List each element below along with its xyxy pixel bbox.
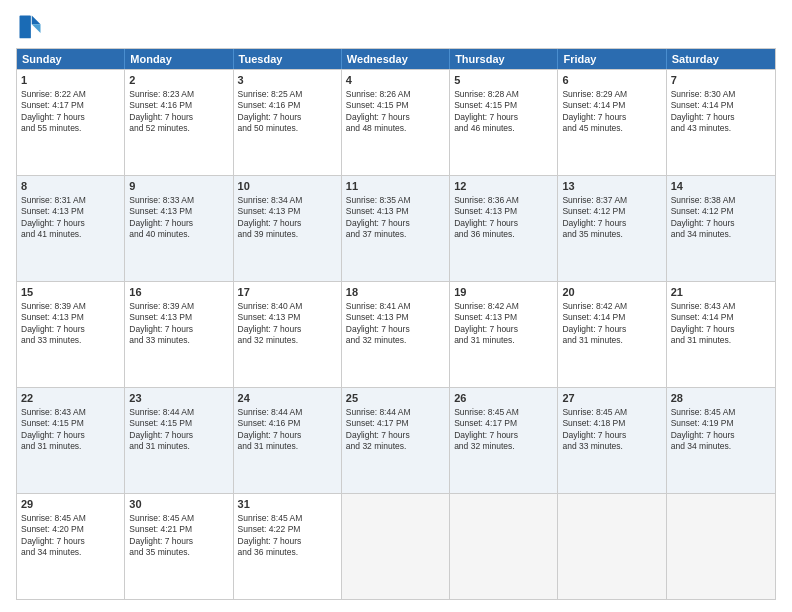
- day-number: 28: [671, 391, 771, 406]
- day-info: Sunrise: 8:39 AM Sunset: 4:13 PM Dayligh…: [129, 301, 194, 345]
- day-info: Sunrise: 8:44 AM Sunset: 4:15 PM Dayligh…: [129, 407, 194, 451]
- day-info: Sunrise: 8:33 AM Sunset: 4:13 PM Dayligh…: [129, 195, 194, 239]
- calendar-week-1: 1Sunrise: 8:22 AM Sunset: 4:17 PM Daylig…: [17, 69, 775, 175]
- day-cell-30: 30Sunrise: 8:45 AM Sunset: 4:21 PM Dayli…: [125, 494, 233, 599]
- day-info: Sunrise: 8:40 AM Sunset: 4:13 PM Dayligh…: [238, 301, 303, 345]
- logo: [16, 12, 48, 40]
- day-info: Sunrise: 8:45 AM Sunset: 4:18 PM Dayligh…: [562, 407, 627, 451]
- day-cell-9: 9Sunrise: 8:33 AM Sunset: 4:13 PM Daylig…: [125, 176, 233, 281]
- day-info: Sunrise: 8:45 AM Sunset: 4:22 PM Dayligh…: [238, 513, 303, 557]
- day-info: Sunrise: 8:30 AM Sunset: 4:14 PM Dayligh…: [671, 89, 736, 133]
- day-info: Sunrise: 8:23 AM Sunset: 4:16 PM Dayligh…: [129, 89, 194, 133]
- calendar-week-2: 8Sunrise: 8:31 AM Sunset: 4:13 PM Daylig…: [17, 175, 775, 281]
- day-number: 9: [129, 179, 228, 194]
- day-cell-3: 3Sunrise: 8:25 AM Sunset: 4:16 PM Daylig…: [234, 70, 342, 175]
- day-number: 26: [454, 391, 553, 406]
- day-number: 6: [562, 73, 661, 88]
- day-info: Sunrise: 8:38 AM Sunset: 4:12 PM Dayligh…: [671, 195, 736, 239]
- day-number: 16: [129, 285, 228, 300]
- day-number: 31: [238, 497, 337, 512]
- day-number: 18: [346, 285, 445, 300]
- day-cell-26: 26Sunrise: 8:45 AM Sunset: 4:17 PM Dayli…: [450, 388, 558, 493]
- day-info: Sunrise: 8:25 AM Sunset: 4:16 PM Dayligh…: [238, 89, 303, 133]
- day-cell-4: 4Sunrise: 8:26 AM Sunset: 4:15 PM Daylig…: [342, 70, 450, 175]
- day-cell-27: 27Sunrise: 8:45 AM Sunset: 4:18 PM Dayli…: [558, 388, 666, 493]
- day-number: 11: [346, 179, 445, 194]
- day-header-tuesday: Tuesday: [234, 49, 342, 69]
- day-cell-17: 17Sunrise: 8:40 AM Sunset: 4:13 PM Dayli…: [234, 282, 342, 387]
- day-header-friday: Friday: [558, 49, 666, 69]
- day-header-sunday: Sunday: [17, 49, 125, 69]
- svg-rect-2: [20, 16, 31, 39]
- day-info: Sunrise: 8:37 AM Sunset: 4:12 PM Dayligh…: [562, 195, 627, 239]
- day-info: Sunrise: 8:44 AM Sunset: 4:16 PM Dayligh…: [238, 407, 303, 451]
- day-info: Sunrise: 8:43 AM Sunset: 4:15 PM Dayligh…: [21, 407, 86, 451]
- day-cell-6: 6Sunrise: 8:29 AM Sunset: 4:14 PM Daylig…: [558, 70, 666, 175]
- day-info: Sunrise: 8:45 AM Sunset: 4:21 PM Dayligh…: [129, 513, 194, 557]
- day-number: 29: [21, 497, 120, 512]
- day-info: Sunrise: 8:39 AM Sunset: 4:13 PM Dayligh…: [21, 301, 86, 345]
- day-number: 21: [671, 285, 771, 300]
- day-number: 27: [562, 391, 661, 406]
- day-cell-16: 16Sunrise: 8:39 AM Sunset: 4:13 PM Dayli…: [125, 282, 233, 387]
- day-header-thursday: Thursday: [450, 49, 558, 69]
- header: [16, 12, 776, 40]
- day-cell-29: 29Sunrise: 8:45 AM Sunset: 4:20 PM Dayli…: [17, 494, 125, 599]
- day-info: Sunrise: 8:45 AM Sunset: 4:17 PM Dayligh…: [454, 407, 519, 451]
- day-header-monday: Monday: [125, 49, 233, 69]
- svg-marker-0: [32, 16, 41, 25]
- day-info: Sunrise: 8:45 AM Sunset: 4:19 PM Dayligh…: [671, 407, 736, 451]
- day-number: 14: [671, 179, 771, 194]
- day-cell-20: 20Sunrise: 8:42 AM Sunset: 4:14 PM Dayli…: [558, 282, 666, 387]
- day-info: Sunrise: 8:36 AM Sunset: 4:13 PM Dayligh…: [454, 195, 519, 239]
- calendar: SundayMondayTuesdayWednesdayThursdayFrid…: [16, 48, 776, 600]
- day-info: Sunrise: 8:42 AM Sunset: 4:14 PM Dayligh…: [562, 301, 627, 345]
- empty-cell: [667, 494, 775, 599]
- day-number: 24: [238, 391, 337, 406]
- day-header-wednesday: Wednesday: [342, 49, 450, 69]
- day-cell-8: 8Sunrise: 8:31 AM Sunset: 4:13 PM Daylig…: [17, 176, 125, 281]
- day-number: 23: [129, 391, 228, 406]
- day-cell-12: 12Sunrise: 8:36 AM Sunset: 4:13 PM Dayli…: [450, 176, 558, 281]
- day-cell-18: 18Sunrise: 8:41 AM Sunset: 4:13 PM Dayli…: [342, 282, 450, 387]
- day-cell-7: 7Sunrise: 8:30 AM Sunset: 4:14 PM Daylig…: [667, 70, 775, 175]
- empty-cell: [342, 494, 450, 599]
- day-number: 30: [129, 497, 228, 512]
- calendar-header: SundayMondayTuesdayWednesdayThursdayFrid…: [17, 49, 775, 69]
- day-cell-19: 19Sunrise: 8:42 AM Sunset: 4:13 PM Dayli…: [450, 282, 558, 387]
- day-number: 8: [21, 179, 120, 194]
- day-info: Sunrise: 8:28 AM Sunset: 4:15 PM Dayligh…: [454, 89, 519, 133]
- calendar-body: 1Sunrise: 8:22 AM Sunset: 4:17 PM Daylig…: [17, 69, 775, 599]
- svg-marker-1: [32, 24, 41, 33]
- day-cell-31: 31Sunrise: 8:45 AM Sunset: 4:22 PM Dayli…: [234, 494, 342, 599]
- empty-cell: [450, 494, 558, 599]
- day-number: 15: [21, 285, 120, 300]
- day-cell-15: 15Sunrise: 8:39 AM Sunset: 4:13 PM Dayli…: [17, 282, 125, 387]
- day-info: Sunrise: 8:26 AM Sunset: 4:15 PM Dayligh…: [346, 89, 411, 133]
- day-number: 13: [562, 179, 661, 194]
- day-number: 2: [129, 73, 228, 88]
- day-cell-11: 11Sunrise: 8:35 AM Sunset: 4:13 PM Dayli…: [342, 176, 450, 281]
- day-number: 4: [346, 73, 445, 88]
- day-number: 3: [238, 73, 337, 88]
- day-cell-14: 14Sunrise: 8:38 AM Sunset: 4:12 PM Dayli…: [667, 176, 775, 281]
- calendar-week-5: 29Sunrise: 8:45 AM Sunset: 4:20 PM Dayli…: [17, 493, 775, 599]
- day-cell-13: 13Sunrise: 8:37 AM Sunset: 4:12 PM Dayli…: [558, 176, 666, 281]
- day-header-saturday: Saturday: [667, 49, 775, 69]
- day-info: Sunrise: 8:22 AM Sunset: 4:17 PM Dayligh…: [21, 89, 86, 133]
- calendar-week-3: 15Sunrise: 8:39 AM Sunset: 4:13 PM Dayli…: [17, 281, 775, 387]
- day-cell-10: 10Sunrise: 8:34 AM Sunset: 4:13 PM Dayli…: [234, 176, 342, 281]
- day-cell-2: 2Sunrise: 8:23 AM Sunset: 4:16 PM Daylig…: [125, 70, 233, 175]
- day-info: Sunrise: 8:45 AM Sunset: 4:20 PM Dayligh…: [21, 513, 86, 557]
- day-cell-21: 21Sunrise: 8:43 AM Sunset: 4:14 PM Dayli…: [667, 282, 775, 387]
- day-number: 10: [238, 179, 337, 194]
- day-cell-23: 23Sunrise: 8:44 AM Sunset: 4:15 PM Dayli…: [125, 388, 233, 493]
- calendar-week-4: 22Sunrise: 8:43 AM Sunset: 4:15 PM Dayli…: [17, 387, 775, 493]
- day-number: 25: [346, 391, 445, 406]
- day-number: 17: [238, 285, 337, 300]
- day-info: Sunrise: 8:31 AM Sunset: 4:13 PM Dayligh…: [21, 195, 86, 239]
- day-cell-25: 25Sunrise: 8:44 AM Sunset: 4:17 PM Dayli…: [342, 388, 450, 493]
- day-cell-22: 22Sunrise: 8:43 AM Sunset: 4:15 PM Dayli…: [17, 388, 125, 493]
- page: SundayMondayTuesdayWednesdayThursdayFrid…: [0, 0, 792, 612]
- day-cell-5: 5Sunrise: 8:28 AM Sunset: 4:15 PM Daylig…: [450, 70, 558, 175]
